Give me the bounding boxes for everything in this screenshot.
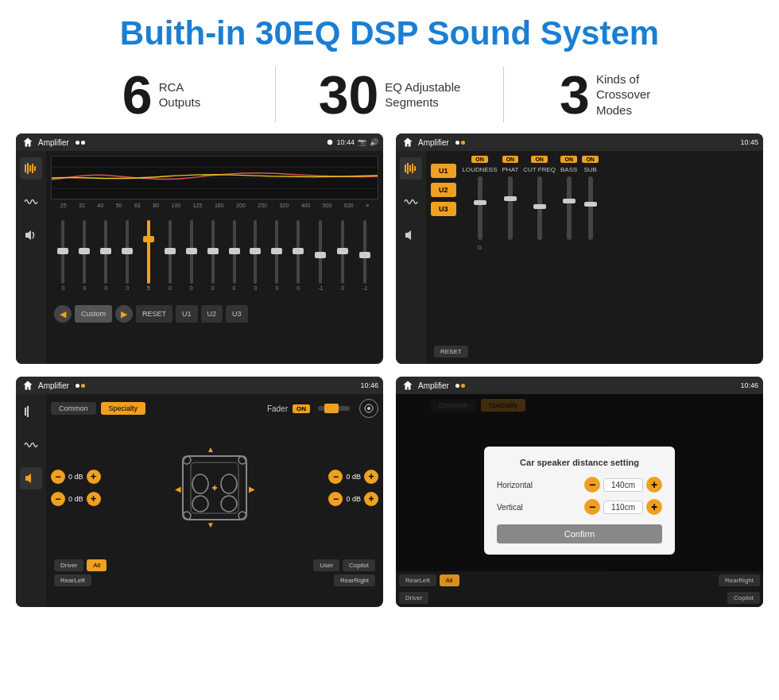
home-icon-eq[interactable] [21,135,35,149]
ch-phat-slider[interactable] [508,176,513,240]
vol-br: − 0 dB + [328,492,378,506]
on-phat[interactable]: ON [502,156,519,163]
ch-cutfreq-slider[interactable] [537,176,542,240]
status-right-eq: 10:44 📷 🔊 [327,138,378,146]
eq-icon[interactable] [20,157,42,180]
u1-crossover[interactable]: U1 [431,164,456,178]
slider-6[interactable]: 0 [169,211,172,299]
channels-grid: ON LOUDNESS G ON PHAT [463,156,758,359]
slider-4[interactable]: 0 [126,211,129,299]
u1-btn[interactable]: U1 [176,305,198,323]
tab-common[interactable]: Common [51,402,96,415]
tab-specialty[interactable]: Specialty [101,402,146,415]
btn-driver[interactable]: Driver [54,559,83,571]
dialog-plus-v[interactable]: + [646,499,662,515]
vol-plus-tl[interactable]: + [87,470,101,484]
slider-14[interactable]: 0 [341,211,344,299]
vol-tr: − 0 dB + [328,470,378,484]
slider-5[interactable]: 5 [147,211,150,299]
dialog-input-h: − 140cm + [584,477,662,493]
vol-plus-bl[interactable]: + [87,492,101,506]
eq-icon-f[interactable] [20,400,42,423]
u3-crossover[interactable]: U3 [431,202,456,216]
u3-btn[interactable]: U3 [226,305,248,323]
ch-phat: ON PHAT [502,156,519,359]
confirm-button[interactable]: Confirm [497,524,662,543]
ch-bass-slider[interactable] [567,176,572,240]
speaker-icon[interactable] [20,224,42,246]
wave-icon-c[interactable] [400,191,422,213]
distance-dialog: Car speaker distance setting Horizontal … [484,447,675,555]
home-icon-crossover[interactable] [401,135,415,149]
btn-all-d[interactable]: All [440,574,459,586]
slider-2[interactable]: 0 [83,211,86,299]
svg-text:▲: ▲ [207,445,215,454]
on-bass[interactable]: ON [560,156,577,163]
fader-on-badge[interactable]: ON [293,404,310,413]
speaker-icon-f[interactable] [20,467,42,489]
dialog-minus-v[interactable]: − [584,499,600,515]
vol-plus-tr[interactable]: + [364,470,378,484]
eq-main: 25 32 40 50 63 80 100 125 160 200 250 32… [46,151,383,364]
status-right-distance: 10:46 [740,381,758,389]
prev-arrow[interactable]: ◀ [54,305,72,323]
crossover-left-sidebar [396,151,426,364]
stat-eq-number: 30 [319,68,379,122]
slider-1[interactable]: 0 [61,211,64,299]
vol-minus-tr[interactable]: − [328,470,343,484]
eq-icon-c[interactable] [400,157,422,180]
reset-btn-eq[interactable]: RESET [136,305,172,323]
speaker-icon-c[interactable] [400,224,422,246]
reset-crossover[interactable]: RESET [434,346,468,358]
vol-bl: − 0 dB + [51,492,101,506]
freq-50: 50 [116,203,122,208]
custom-btn[interactable]: Custom [75,305,112,323]
u2-btn[interactable]: U2 [201,305,223,323]
btn-rearleft-d[interactable]: RearLeft [399,574,436,586]
slider-7[interactable]: 0 [190,211,193,299]
slider-12[interactable]: 0 [296,211,300,299]
ch-loudness: ON LOUDNESS G [463,156,498,359]
home-icon-fader[interactable] [21,378,35,393]
btn-rearleft[interactable]: RearLeft [54,574,91,586]
dialog-plus-h[interactable]: + [646,477,662,493]
btn-rearright-d[interactable]: RearRight [719,574,760,586]
btn-driver-d[interactable]: Driver [399,592,428,604]
slider-11[interactable]: 0 [275,211,278,299]
slider-10[interactable]: 0 [254,211,257,299]
ch-sub-slider[interactable] [588,176,593,240]
settings-icon-fader[interactable] [359,399,378,418]
dialog-minus-h[interactable]: − [584,477,600,493]
btn-all[interactable]: All [87,559,107,571]
vol-plus-br[interactable]: + [364,492,378,506]
btn-copilot-d[interactable]: Copilot [727,592,760,604]
btn-user[interactable]: User [313,559,339,571]
on-sub[interactable]: ON [582,156,599,163]
slider-15[interactable]: -1 [362,211,367,299]
on-cutfreq[interactable]: ON [531,156,548,163]
wave-icon[interactable] [20,191,42,213]
btn-rearright[interactable]: RearRight [334,574,375,586]
wave-icon-f[interactable] [20,434,42,456]
freq-labels: 25 32 40 50 63 80 100 125 160 200 250 32… [51,203,378,208]
dot2 [81,141,85,145]
dialog-label-h: Horizontal [497,481,533,489]
vol-minus-br[interactable]: − [328,492,343,506]
vol-minus-tl[interactable]: − [51,470,65,484]
vol-minus-bl[interactable]: − [51,492,65,506]
screen-crossover: Amplifier 10:45 [396,133,763,364]
home-icon-distance[interactable] [401,378,415,393]
on-loudness[interactable]: ON [471,156,488,163]
slider-13[interactable]: -1 [318,211,323,299]
cdot2 [461,141,465,145]
slider-8[interactable]: 0 [211,211,215,299]
svg-point-21 [221,474,237,493]
next-arrow[interactable]: ▶ [115,305,133,323]
freq-63: 63 [134,203,141,208]
btn-copilot[interactable]: Copilot [343,559,375,571]
vol-val-br: 0 dB [346,495,361,503]
slider-9[interactable]: 0 [233,211,236,299]
slider-3[interactable]: 0 [104,211,107,299]
ch-loudness-slider[interactable] [478,176,483,240]
u2-crossover[interactable]: U2 [431,183,456,197]
